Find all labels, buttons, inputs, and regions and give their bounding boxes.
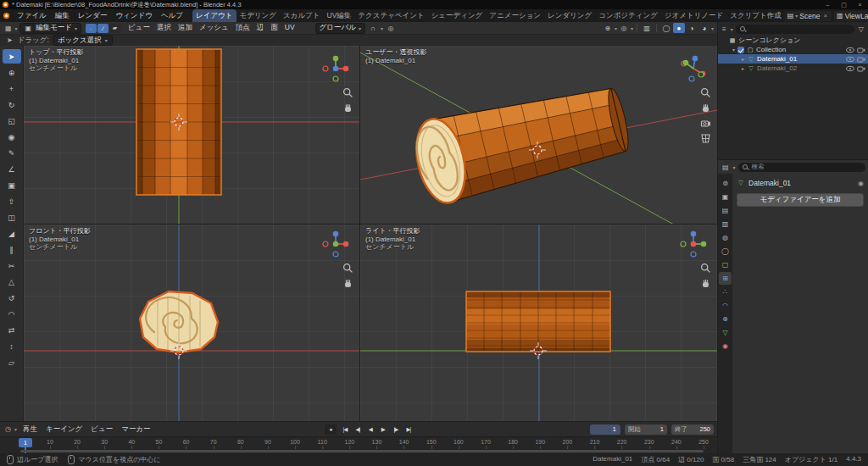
- properties-tab[interactable]: ⊗: [719, 313, 732, 325]
- tool-button[interactable]: ▣: [3, 178, 21, 192]
- app-menu-item[interactable]: レンダー: [74, 9, 112, 22]
- viewport-right[interactable]: ライト・平行投影 (1) Datemaki_01 センチメートル: [360, 225, 717, 421]
- app-menu-item[interactable]: ヘルプ: [157, 9, 187, 22]
- workspace-tab[interactable]: テクスチャペイント: [354, 9, 427, 22]
- outliner-item-label[interactable]: Datemaki_01: [757, 55, 846, 63]
- outliner-item-label[interactable]: Collection: [756, 46, 846, 53]
- outliner-search-input[interactable]: [736, 25, 854, 34]
- frame-start-field[interactable]: 開始1: [625, 424, 667, 435]
- timeline-menu-item[interactable]: キーイング: [42, 424, 86, 435]
- workspace-tab[interactable]: ジオメトリノード: [661, 9, 726, 22]
- pin-icon[interactable]: ◉: [858, 180, 864, 187]
- window-button[interactable]: –: [820, 0, 836, 9]
- shading-mode-button[interactable]: ◯: [660, 23, 672, 33]
- window-button[interactable]: ×: [852, 0, 868, 9]
- expand-caret-icon[interactable]: ▸: [739, 65, 747, 71]
- playback-button[interactable]: ◀|: [351, 424, 364, 435]
- tool-button[interactable]: ◢: [3, 226, 21, 241]
- viewport-nav-icons[interactable]: [342, 87, 353, 114]
- tool-button[interactable]: +: [3, 81, 21, 96]
- select-mode-button[interactable]: ∕: [97, 24, 108, 33]
- camera-visibility-icon[interactable]: [857, 56, 865, 63]
- viewport-menu-item[interactable]: メッシュ: [196, 23, 232, 33]
- playback-button[interactable]: ◀: [364, 424, 376, 435]
- gizmo-toggle-icon[interactable]: ⊕: [602, 23, 614, 33]
- snap-magnet-icon[interactable]: ∩: [367, 23, 379, 33]
- viewport-menu-item[interactable]: 頂点: [232, 23, 253, 33]
- tool-button[interactable]: ➤: [3, 49, 21, 64]
- properties-tab[interactable]: ▽: [719, 326, 732, 339]
- outliner-row[interactable]: ▾ ▢ Collection: [718, 45, 868, 54]
- workspace-tab[interactable]: モデリング: [236, 9, 281, 22]
- camera-visibility-icon[interactable]: [857, 47, 865, 53]
- viewport-menu-item[interactable]: 選択: [153, 23, 175, 33]
- filter-icon[interactable]: ▽: [857, 25, 865, 33]
- properties-tab[interactable]: ∴: [719, 286, 732, 298]
- timeline-menu-item[interactable]: 再生: [19, 424, 42, 435]
- navigation-gizmo[interactable]: [678, 53, 709, 84]
- tool-button[interactable]: ◉: [3, 130, 21, 144]
- viewport-menu-item[interactable]: ビュー: [125, 23, 153, 33]
- workspace-tab[interactable]: レンダリング: [544, 9, 595, 22]
- tool-button[interactable]: ✂: [3, 258, 21, 273]
- viewlayer-selector[interactable]: ▥ ViewLayer ×: [834, 11, 868, 21]
- viewport-menu-item[interactable]: 追加: [175, 23, 196, 33]
- viewport-front[interactable]: フロント・平行投影 (1) Datemaki_01 センチメートル: [24, 225, 359, 421]
- outliner-item-label[interactable]: Datemaki_02: [757, 64, 846, 72]
- current-frame-marker[interactable]: 1: [19, 438, 32, 447]
- properties-tab[interactable]: ⊞: [719, 272, 732, 285]
- viewport-menu-item[interactable]: UV: [281, 23, 298, 33]
- blender-menu-icon[interactable]: [3, 13, 9, 19]
- properties-tab[interactable]: ▥: [719, 218, 732, 230]
- tool-button[interactable]: ⊕: [3, 65, 21, 80]
- timeline-scrollbar[interactable]: [20, 450, 704, 452]
- timeline-ruler[interactable]: 1 10203040506070809010011012013014015016…: [0, 436, 717, 453]
- properties-tab[interactable]: ◠: [719, 299, 732, 312]
- workspace-tab[interactable]: UV編集: [324, 9, 355, 22]
- editor-type-icon[interactable]: ▦: [3, 25, 14, 32]
- viewport-top[interactable]: トップ・平行投影 (1) Datemaki_01 センチメートル: [24, 46, 359, 224]
- tool-button[interactable]: ↻: [3, 97, 21, 112]
- tool-button[interactable]: △: [3, 275, 21, 289]
- outliner-row[interactable]: ▸ ▽ Datemaki_01: [718, 54, 868, 64]
- scene-unlink-icon[interactable]: ×: [821, 12, 829, 19]
- viewport-nav-icons[interactable]: [342, 263, 353, 289]
- hide-eye-icon[interactable]: [846, 65, 854, 72]
- auto-keying-button[interactable]: ●: [325, 424, 337, 435]
- shading-mode-button[interactable]: ◕: [698, 23, 710, 33]
- app-menu-item[interactable]: 編集: [51, 9, 74, 22]
- viewport-nav-icons[interactable]: [700, 263, 711, 289]
- drag-mode-dropdown[interactable]: ボックス選択 ▾: [53, 35, 113, 46]
- select-mode-button[interactable]: ∙: [86, 24, 97, 33]
- orientation-dropdown[interactable]: グローバル ▾: [315, 23, 365, 34]
- shading-mode-button[interactable]: ●: [673, 23, 685, 33]
- properties-search-input[interactable]: 検索: [738, 163, 865, 172]
- app-menu-item[interactable]: ウィンドウ: [111, 9, 157, 22]
- tool-button[interactable]: ◱: [3, 114, 21, 128]
- navigation-gizmo[interactable]: [320, 229, 351, 259]
- viewport-user[interactable]: ユーザー・透視投影 (1) Datemaki_01: [360, 46, 717, 224]
- properties-tab[interactable]: ▣: [719, 191, 732, 203]
- properties-editor-icon[interactable]: ▤: [721, 164, 731, 171]
- mode-dropdown[interactable]: ▣ 編集モード ▾: [19, 23, 81, 34]
- timeline-menu-item[interactable]: ビュー: [86, 424, 117, 435]
- tool-button[interactable]: ▱: [3, 355, 21, 369]
- properties-tab[interactable]: ◍: [719, 231, 732, 244]
- workspace-tab[interactable]: コンポジティング: [595, 9, 661, 22]
- tool-button[interactable]: ◫: [3, 210, 21, 225]
- tool-button[interactable]: ⇧: [3, 194, 21, 208]
- xray-toggle-icon[interactable]: ▥: [641, 23, 653, 33]
- overlays-toggle-icon[interactable]: ◎: [618, 23, 630, 33]
- playback-button[interactable]: ▶: [376, 424, 389, 435]
- outliner-row[interactable]: ▦ シーンコレクション: [718, 36, 868, 45]
- properties-tab[interactable]: ◯: [719, 245, 732, 258]
- workspace-tab[interactable]: スカルプト: [280, 9, 324, 22]
- workspace-tab[interactable]: アニメーション: [486, 9, 544, 22]
- collection-checkbox[interactable]: [737, 47, 744, 53]
- current-frame-field[interactable]: 1: [590, 424, 620, 435]
- scene-selector[interactable]: ▤ ▾ Scene ×: [785, 11, 832, 21]
- navigation-gizmo[interactable]: [320, 53, 351, 84]
- camera-visibility-icon[interactable]: [857, 65, 865, 72]
- add-modifier-button[interactable]: モディファイアーを追加: [737, 193, 864, 207]
- proportional-edit-icon[interactable]: ◎: [385, 23, 397, 33]
